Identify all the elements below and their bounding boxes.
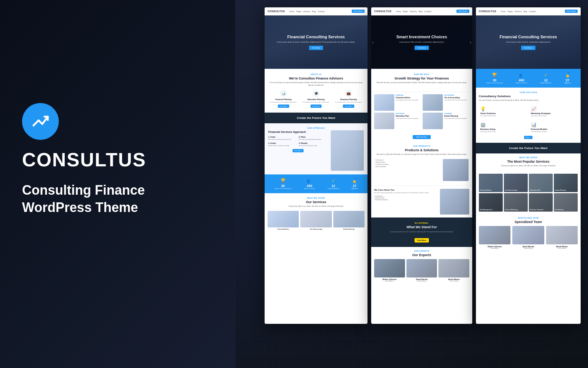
panel2-nav: CONSULTUS Home Pages Services Blog Conta… [371, 7, 472, 15]
panel2-care-text: We want to submit all information so, al… [374, 192, 438, 194]
panel1-services-title: Our Services [268, 200, 365, 204]
panel3-nav-btn[interactable]: Get a Quote [565, 10, 578, 13]
panel2-gs-text-3: Lorem ipsum dolor sit amet consectetur. [396, 118, 419, 120]
panel3-team-title: Specialized Team [479, 220, 578, 224]
panel1-learn-more-2[interactable]: Learn More [311, 105, 322, 108]
panel2-growth-text: We have 30 years, we have served thousan… [375, 82, 469, 84]
panel1-stat-num-3: 12 [327, 184, 339, 188]
panel2-gs-text-4: Lorem ipsum dolor sit amet consectetur. [444, 118, 467, 120]
panel2-care-item-1: Life Insurance [374, 195, 438, 197]
panel1-stat-2: 👥 450 HAPPY CLIENTS [304, 178, 315, 190]
panel2-hero-title: Smart Investment Choices [396, 34, 447, 39]
panel3-stat-icon-1: 🏆 [486, 72, 503, 78]
panel3-hero-btn[interactable]: Find More [521, 46, 535, 50]
panel2-growth-label: HOW WE HELP [375, 73, 469, 75]
panel2-expert-1: Robert Johnson Senior Advisor [374, 259, 405, 282]
panel3-cs-3: 🏢 Business Setup Lorem ipsum dolor sit a… [479, 121, 527, 134]
panel3-cta-strip: Create the Future You Want [476, 143, 581, 153]
panel2-care-image [440, 189, 469, 215]
panel1-stat-label-1: YEARS OF EXPERIENCE [274, 188, 291, 190]
panel3-stats-bar: 🏆 30 YEARS OF EXPERIENCE 👥 450 HAPPY CLI… [476, 69, 581, 88]
panel3-stat-label-4: AWARDS [564, 82, 571, 84]
panel2-stand-btn[interactable]: Find More [415, 238, 429, 243]
panel2-expert-role-1: Senior Advisor [374, 280, 405, 282]
panel3-nav-home: Home [501, 10, 506, 13]
panel1-stat-label-2: HAPPY CLIENTS [304, 188, 315, 190]
panel3-stat-icon-2: 👥 [516, 72, 527, 78]
previews-container: CONSULTUS Home Pages Services Blog Conta… [265, 7, 581, 324]
panel3-ps-4: Estate Planning [554, 174, 578, 192]
panel2-care-left: We Care About You We want to submit all … [374, 189, 438, 215]
panel2-gs-img-3 [374, 113, 394, 129]
panel1-nav-contacts: Contacts [318, 10, 325, 13]
panel3-popular-services: Financial Advice Tax & Accounting Educat… [476, 171, 581, 214]
panel3-cta-title: Create the Future You Want [480, 146, 577, 150]
panel2-expert-photo-2 [406, 259, 437, 277]
panel3-ps-2: Tax & Accounting [504, 174, 528, 192]
panel3-consultancy-text: For over 30 years, we have served thousa… [479, 99, 578, 102]
panel1-service-thumb-item-2: Tax & Accounting [300, 211, 331, 230]
panel1-stat-1: 🏆 30 YEARS OF EXPERIENCE [274, 178, 291, 190]
panel1-about-title: We're Consultus Finance Advisors [268, 77, 364, 80]
panel2-logo: CONSULTUS [374, 10, 392, 13]
panel2-nav-btn[interactable]: Get a Quote [456, 10, 469, 13]
panel1-learn-more-3[interactable]: Learn More [343, 105, 354, 108]
theme-description: Consulting FinanceWordPress Theme [22, 182, 146, 216]
panel1-nav-btn[interactable]: Get a Quote [352, 10, 365, 13]
panel2-arrow-right[interactable]: › [470, 40, 471, 44]
panel1-nav: CONSULTUS Home Pages Services Blog Conta… [265, 7, 368, 15]
panel3-stat-icon-3: ✓ [540, 72, 552, 78]
panel1-stat-icon-3: ✓ [327, 178, 339, 183]
panel1-learn-more-1[interactable]: Learn More [278, 105, 289, 108]
panel2-more-btn-wrapper: More Services [371, 131, 472, 141]
panel1-hero-subtitle: Lorem ipsum dolor sit amet, consectetur … [277, 41, 355, 43]
panel3-ps-title-8: Fundraising [555, 209, 563, 210]
panel3-ps-title-4: Estate Planning [555, 189, 566, 191]
panel3-popular-label: WHAT WE OFFER [479, 156, 578, 159]
panel1-stat-icon-4: 🥇 [351, 178, 358, 183]
panel1-service-thumb-1 [268, 211, 299, 227]
panel3-popular-header: WHAT WE OFFER The Most Popular Services … [476, 153, 581, 172]
panel3-member-photo-1 [479, 226, 510, 244]
panel2-nav-services: Services [410, 10, 417, 13]
panel3-stat-num-2: 450 [516, 78, 527, 82]
panel2-gs-text-2: Lorem ipsum dolor sit amet consectetur. [444, 99, 467, 101]
panel1-services-text: Choose any right to our clients. We offe… [268, 205, 365, 208]
approach-item-3: 3. Action We take action to achieve your… [268, 142, 297, 147]
panel2-expert-role-2: Financial Expert [406, 280, 437, 282]
panel1-service-grid: Financial Advice Tax & Accounting Estate… [268, 211, 365, 230]
panel2-arrow-left[interactable]: ‹ [372, 40, 373, 44]
panel1-service-1: 📊 Financial Planning Consequat lorem nis… [268, 90, 299, 108]
panel2-expert-photo-3 [438, 259, 469, 277]
panel1-stat-num-4: 27 [351, 184, 358, 188]
preview-panel-3: CONSULTUS Home Pages Services Blog Conta… [476, 7, 581, 324]
panel2-products: OUR PRODUCTS Products & Solutions We wan… [371, 141, 472, 186]
panel2-more-btn[interactable]: More Services [413, 135, 431, 139]
panel1-hero-btn[interactable]: Find More [309, 46, 323, 50]
panel1-about: ABOUT US We're Consultus Finance Advisor… [265, 69, 368, 113]
panel2-gs-content-4: PLANNING Estate Planning Lorem ipsum dol… [444, 113, 467, 129]
panel3-ps-6: Finance Marketing [504, 193, 528, 212]
panel1-stat-label-3: TEAM MEMBERS [327, 188, 339, 190]
panel1-cta-title: Create the Future You Want [268, 116, 364, 120]
panel2-products-content: • Life Insurance• Health Insurance• Car … [375, 159, 469, 181]
panel3-hero-subtitle: Lorem ipsum dolor sit amet, consectetur … [506, 41, 551, 43]
panel2-expert-photo-1 [374, 259, 405, 277]
panel1-approach-image [331, 130, 364, 171]
panel2-gs-1: FINANCIAL Financial Advice Lorem ipsum d… [374, 94, 421, 111]
panel2-stand-title: What We Stand For [375, 225, 469, 229]
panel3-hero-title: Financial Consulting Services [499, 34, 557, 39]
panel1-approach: OUR APPROACH Financial Services Approach… [265, 123, 368, 174]
approach-item-1: 1. Goals We sit down to talk about what … [268, 136, 297, 141]
panel2-hero-btn[interactable]: Find More [415, 46, 429, 50]
panel1-cta-strip: Create the Future You Want [265, 113, 368, 123]
panel1-read-more-btn[interactable]: Read More [293, 149, 304, 152]
panel3-cs-4: 📊 Financial Models Lorem ipsum dolor sit… [530, 121, 578, 134]
panel3-cs-title-2: Marketing Strategies [531, 112, 577, 114]
panel2-nav-links: Home Pages Services Blog Contacts [396, 10, 431, 13]
panel3-stat-1: 🏆 30 YEARS OF EXPERIENCE [486, 72, 503, 84]
panel3-ps-title-7: Business Transfers [530, 209, 544, 210]
panel1-approach-content: Financial Services Approach 1. Goals We … [268, 130, 364, 171]
panel3-consultancy-btn[interactable]: More + [524, 136, 533, 139]
panel1-service-thumb-3 [333, 211, 365, 227]
